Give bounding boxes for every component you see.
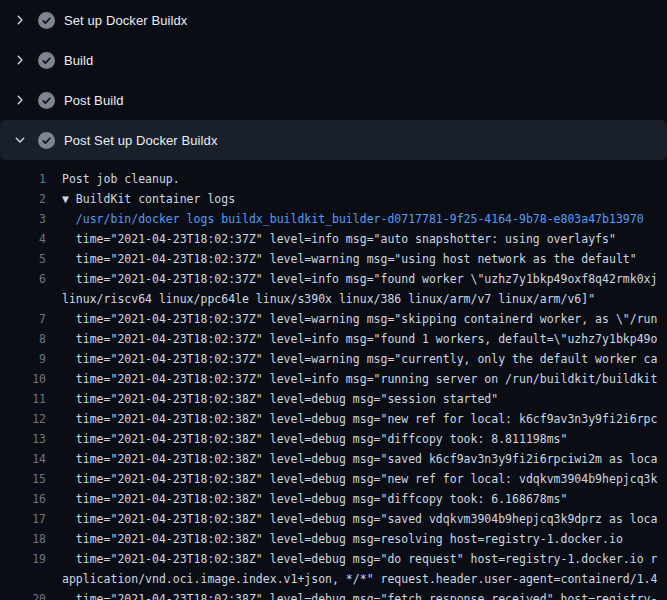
chevron-right-icon <box>12 52 28 68</box>
log-line: 5 time="2021-04-23T18:02:37Z" level=warn… <box>0 249 667 269</box>
log-text: Post job cleanup. <box>62 169 180 189</box>
log-line: 11 time="2021-04-23T18:02:38Z" level=deb… <box>0 389 667 409</box>
line-number[interactable]: 19 <box>0 549 46 569</box>
log-text: time="2021-04-23T18:02:38Z" level=debug … <box>62 389 498 409</box>
log-line: 14 time="2021-04-23T18:02:38Z" level=deb… <box>0 449 667 469</box>
line-number[interactable]: 1 <box>0 169 46 189</box>
line-number[interactable]: 17 <box>0 509 46 529</box>
log-line: 12 time="2021-04-23T18:02:38Z" level=deb… <box>0 409 667 429</box>
log-line: linux/riscv64 linux/ppc64le linux/s390x … <box>0 289 667 309</box>
line-number[interactable]: 16 <box>0 489 46 509</box>
check-circle-icon <box>38 12 55 29</box>
log-text: time="2021-04-23T18:02:38Z" level=debug … <box>62 469 657 489</box>
log-line: 6 time="2021-04-23T18:02:37Z" level=info… <box>0 269 667 289</box>
log-text: time="2021-04-23T18:02:37Z" level=info m… <box>62 269 657 289</box>
line-number[interactable]: 4 <box>0 229 46 249</box>
log-text-wrap: application/vnd.oci.image.index.v1+json,… <box>62 569 657 589</box>
log-text: time="2021-04-23T18:02:37Z" level=info m… <box>62 369 657 389</box>
log-text-wrap: linux/riscv64 linux/ppc64le linux/s390x … <box>62 289 595 309</box>
check-circle-icon <box>38 52 55 69</box>
chevron-right-icon <box>12 92 28 108</box>
log-text: time="2021-04-23T18:02:38Z" level=debug … <box>62 509 657 529</box>
log-text: time="2021-04-23T18:02:38Z" level=debug … <box>62 589 657 600</box>
log-viewer: 1 Post job cleanup. 2 ▼ BuildKit contain… <box>0 160 667 600</box>
log-line: 13 time="2021-04-23T18:02:38Z" level=deb… <box>0 429 667 449</box>
line-number[interactable]: 12 <box>0 409 46 429</box>
line-number <box>0 289 46 309</box>
step-row-post-set-up-docker-buildx[interactable]: Post Set up Docker Buildx <box>0 120 667 160</box>
line-number[interactable]: 13 <box>0 429 46 449</box>
step-title: Set up Docker Buildx <box>64 13 187 28</box>
log-line: 19 time="2021-04-23T18:02:38Z" level=deb… <box>0 549 667 569</box>
step-title: Build <box>64 53 93 68</box>
log-text: time="2021-04-23T18:02:37Z" level=warnin… <box>62 309 657 329</box>
line-number[interactable]: 20 <box>0 589 46 600</box>
step-row-post-build[interactable]: Post Build <box>0 80 667 120</box>
log-text: time="2021-04-23T18:02:38Z" level=debug … <box>62 409 657 429</box>
log-line: 4 time="2021-04-23T18:02:37Z" level=info… <box>0 229 667 249</box>
log-line: 20 time="2021-04-23T18:02:38Z" level=deb… <box>0 589 667 600</box>
log-line: application/vnd.oci.image.index.v1+json,… <box>0 569 667 589</box>
log-text: time="2021-04-23T18:02:38Z" level=debug … <box>62 529 623 549</box>
line-number[interactable]: 14 <box>0 449 46 469</box>
line-number[interactable]: 5 <box>0 249 46 269</box>
steps-list: Set up Docker Buildx Build <box>0 0 667 160</box>
step-title: Post Set up Docker Buildx <box>64 133 218 148</box>
log-line: 8 time="2021-04-23T18:02:37Z" level=info… <box>0 329 667 349</box>
line-number <box>0 569 46 589</box>
line-number[interactable]: 7 <box>0 309 46 329</box>
log-line: 2 ▼ BuildKit container logs <box>0 189 667 209</box>
step-row-build[interactable]: Build <box>0 40 667 80</box>
log-line: 16 time="2021-04-23T18:02:38Z" level=deb… <box>0 489 667 509</box>
line-number[interactable]: 8 <box>0 329 46 349</box>
line-number[interactable]: 9 <box>0 349 46 369</box>
chevron-down-icon <box>12 132 28 148</box>
step-row-set-up-docker-buildx[interactable]: Set up Docker Buildx <box>0 0 667 40</box>
log-line: 15 time="2021-04-23T18:02:38Z" level=deb… <box>0 469 667 489</box>
line-number[interactable]: 2 <box>0 189 46 209</box>
log-text: time="2021-04-23T18:02:38Z" level=debug … <box>62 549 657 569</box>
log-line: 3 /usr/bin/docker logs buildx_buildkit_b… <box>0 209 667 229</box>
line-number[interactable]: 3 <box>0 209 46 229</box>
log-line: 7 time="2021-04-23T18:02:37Z" level=warn… <box>0 309 667 329</box>
log-text: time="2021-04-23T18:02:37Z" level=warnin… <box>62 249 637 269</box>
log-text: time="2021-04-23T18:02:37Z" level=info m… <box>62 229 616 249</box>
log-text: time="2021-04-23T18:02:37Z" level=warnin… <box>62 349 657 369</box>
actions-log-panel: Set up Docker Buildx Build <box>0 0 667 600</box>
line-number[interactable]: 15 <box>0 469 46 489</box>
log-text: time="2021-04-23T18:02:38Z" level=debug … <box>62 429 567 449</box>
chevron-right-icon <box>12 12 28 28</box>
check-circle-icon <box>38 132 55 149</box>
line-number[interactable]: 10 <box>0 369 46 389</box>
log-line: 9 time="2021-04-23T18:02:37Z" level=warn… <box>0 349 667 369</box>
log-text: time="2021-04-23T18:02:38Z" level=debug … <box>62 489 567 509</box>
check-circle-icon <box>38 92 55 109</box>
log-line: 17 time="2021-04-23T18:02:38Z" level=deb… <box>0 509 667 529</box>
log-line: 10 time="2021-04-23T18:02:37Z" level=inf… <box>0 369 667 389</box>
log-text: time="2021-04-23T18:02:38Z" level=debug … <box>62 449 657 469</box>
log-text: time="2021-04-23T18:02:37Z" level=info m… <box>62 329 657 349</box>
line-number[interactable]: 11 <box>0 389 46 409</box>
log-line: 18 time="2021-04-23T18:02:38Z" level=deb… <box>0 529 667 549</box>
log-group-toggle[interactable]: ▼ BuildKit container logs <box>62 189 235 209</box>
log-line: 1 Post job cleanup. <box>0 169 667 189</box>
line-number[interactable]: 6 <box>0 269 46 289</box>
step-title: Post Build <box>64 93 124 108</box>
log-command-text: /usr/bin/docker logs buildx_buildkit_bui… <box>62 209 644 229</box>
line-number[interactable]: 18 <box>0 529 46 549</box>
